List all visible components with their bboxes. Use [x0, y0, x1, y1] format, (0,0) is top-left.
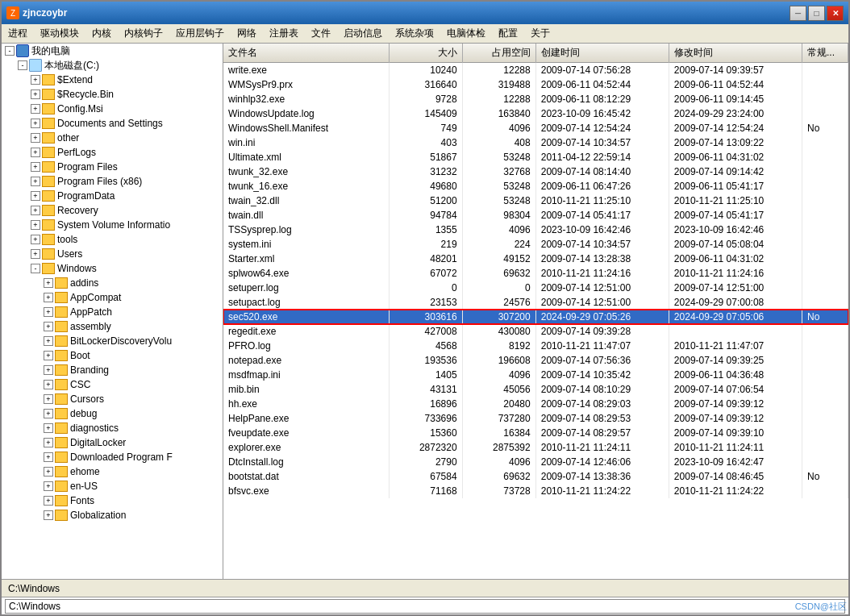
- tree-expand-btn[interactable]: +: [44, 322, 53, 331]
- menu-startup[interactable]: 启动信息: [337, 24, 389, 43]
- table-row[interactable]: mib.bin43131450562009-07-14 08:10:292009…: [223, 382, 848, 397]
- maximize-button[interactable]: □: [808, 6, 825, 21]
- file-table[interactable]: 文件名 大小 占用空间 创建时间 修改时间 常规... write.exe102…: [223, 44, 848, 579]
- menu-kernel[interactable]: 内核: [85, 24, 118, 43]
- table-row[interactable]: write.exe10240122882009-07-14 07:56:2820…: [223, 63, 848, 77]
- tree-expand-btn[interactable]: +: [31, 177, 40, 186]
- tree-node[interactable]: +Cursors: [2, 392, 223, 406]
- tree-expand-btn[interactable]: +: [31, 235, 40, 244]
- tree-node[interactable]: +Branding: [2, 363, 223, 377]
- tree-node[interactable]: +Config.Msi: [2, 102, 223, 116]
- menu-pccheck[interactable]: 电脑体检: [440, 24, 492, 43]
- tree-expand-btn[interactable]: +: [31, 191, 40, 201]
- table-row[interactable]: twain.dll94784983042009-07-14 05:41:1720…: [223, 208, 848, 223]
- tree-node[interactable]: +AppPatch: [2, 305, 223, 319]
- tree-expand-btn[interactable]: +: [31, 104, 40, 114]
- tree-expand-btn[interactable]: +: [44, 467, 53, 477]
- tree-node[interactable]: +PerfLogs: [2, 145, 223, 160]
- table-row[interactable]: PFRO.log456881922010-11-21 11:47:072010-…: [223, 339, 848, 353]
- tree-expand-btn[interactable]: -: [5, 46, 15, 56]
- tree-node[interactable]: +Fonts: [2, 493, 223, 508]
- table-row[interactable]: msdfmap.ini140540962009-07-14 10:35:4220…: [223, 368, 848, 382]
- tree-expand-btn[interactable]: +: [44, 336, 53, 346]
- tree-node[interactable]: +other: [2, 131, 223, 145]
- tree-node[interactable]: +assembly: [2, 319, 223, 334]
- tree-expand-btn[interactable]: +: [31, 206, 40, 215]
- tree-expand-btn[interactable]: +: [31, 162, 40, 172]
- tree-expand-btn[interactable]: +: [31, 148, 40, 157]
- tree-expand-btn[interactable]: +: [44, 293, 53, 302]
- tree-node[interactable]: +$Recycle.Bin: [2, 87, 223, 102]
- table-row[interactable]: fveupdate.exe15360163842009-07-14 08:29:…: [223, 426, 848, 440]
- tree-node[interactable]: +en-US: [2, 479, 223, 493]
- tree-expand-btn[interactable]: +: [44, 452, 53, 462]
- table-row[interactable]: explorer.exe287232028753922010-11-21 11:…: [223, 440, 848, 455]
- tree-node[interactable]: +Boot: [2, 348, 223, 363]
- table-row[interactable]: splwow64.exe67072696322010-11-21 11:24:1…: [223, 266, 848, 281]
- table-row[interactable]: WindowsUpdate.log1454091638402023-10-09 …: [223, 106, 848, 121]
- table-row[interactable]: HelpPane.exe7336967372802009-07-14 08:29…: [223, 411, 848, 426]
- col-header-size[interactable]: 大小: [389, 44, 462, 63]
- menu-sysmisc[interactable]: 系统杂项: [389, 24, 440, 43]
- table-row[interactable]: notepad.exe1935361966082009-07-14 07:56:…: [223, 353, 848, 368]
- menu-kernel-hook[interactable]: 内核钩子: [118, 24, 169, 43]
- table-row[interactable]: DtcInstall.log279040962009-07-14 12:46:0…: [223, 455, 848, 469]
- table-row[interactable]: WindowsShell.Manifest74940962009-07-14 1…: [223, 121, 848, 135]
- tree-expand-btn[interactable]: +: [44, 481, 53, 491]
- tree-expand-btn[interactable]: +: [44, 409, 53, 418]
- tree-node[interactable]: +ehome: [2, 464, 223, 479]
- tree-expand-btn[interactable]: +: [44, 380, 53, 389]
- table-row[interactable]: bfsvc.exe71168737282010-11-21 11:24:2220…: [223, 484, 848, 498]
- tree-expand-btn[interactable]: +: [44, 423, 53, 433]
- menu-app-hook[interactable]: 应用层钩子: [169, 24, 231, 43]
- tree-node[interactable]: +System Volume Informatio: [2, 218, 223, 232]
- tree-node[interactable]: +diagnostics: [2, 421, 223, 435]
- col-header-modified[interactable]: 修改时间: [669, 44, 802, 63]
- tree-expand-btn[interactable]: +: [44, 365, 53, 375]
- tree-expand-btn[interactable]: +: [44, 438, 53, 447]
- tree-expand-btn[interactable]: +: [44, 394, 53, 404]
- tree-expand-btn[interactable]: +: [31, 249, 40, 259]
- tree-expand-btn[interactable]: +: [44, 496, 53, 506]
- tree-node[interactable]: +DigitalLocker: [2, 435, 223, 450]
- left-panel[interactable]: -我的电脑-本地磁盘(C:)+$Extend+$Recycle.Bin+Conf…: [2, 44, 223, 579]
- table-row[interactable]: regedit.exe4270084300802009-07-14 09:39:…: [223, 324, 848, 339]
- path-input[interactable]: [5, 599, 845, 614]
- tree-node[interactable]: -本地磁盘(C:): [2, 58, 223, 73]
- tree-expand-btn[interactable]: +: [44, 351, 53, 360]
- menu-driver[interactable]: 驱动模块: [34, 24, 85, 43]
- tree-expand-btn[interactable]: -: [18, 60, 27, 70]
- tree-node[interactable]: +Recovery: [2, 203, 223, 218]
- menu-network[interactable]: 网络: [231, 24, 263, 43]
- tree-node[interactable]: +Documents and Settings: [2, 116, 223, 131]
- col-header-attr[interactable]: 常规...: [802, 44, 848, 63]
- menu-about[interactable]: 关于: [524, 24, 556, 43]
- table-row[interactable]: hh.exe16896204802009-07-14 08:29:032009-…: [223, 397, 848, 411]
- table-row[interactable]: twain_32.dll51200532482010-11-21 11:25:1…: [223, 194, 848, 208]
- menu-file[interactable]: 文件: [305, 24, 337, 43]
- table-row[interactable]: twunk_16.exe49680532482009-06-11 06:47:2…: [223, 179, 848, 194]
- col-header-created[interactable]: 创建时间: [535, 44, 669, 63]
- table-row[interactable]: setupact.log23153245762009-07-14 12:51:0…: [223, 295, 848, 310]
- col-header-name[interactable]: 文件名: [223, 44, 389, 63]
- tree-expand-btn[interactable]: +: [31, 89, 40, 99]
- table-row[interactable]: setuperr.log002009-07-14 12:51:002009-07…: [223, 281, 848, 295]
- table-row[interactable]: twunk_32.exe31232327682009-07-14 08:14:4…: [223, 164, 848, 179]
- minimize-button[interactable]: ─: [790, 6, 806, 21]
- tree-node[interactable]: +Globalization: [2, 508, 223, 522]
- table-row[interactable]: WMSysPr9.prx3166403194882009-06-11 04:52…: [223, 77, 848, 92]
- table-row[interactable]: sec520.exe3036163072002024-09-29 07:05:2…: [223, 310, 848, 324]
- close-button[interactable]: ✕: [827, 6, 844, 21]
- tree-expand-btn[interactable]: +: [31, 133, 40, 143]
- menu-config[interactable]: 配置: [492, 24, 524, 43]
- tree-expand-btn[interactable]: +: [44, 278, 53, 288]
- tree-node[interactable]: +addins: [2, 276, 223, 290]
- tree-expand-btn[interactable]: +: [31, 220, 40, 230]
- tree-node[interactable]: +ProgramData: [2, 189, 223, 203]
- menu-registry[interactable]: 注册表: [263, 24, 305, 43]
- tree-node[interactable]: +CSC: [2, 377, 223, 392]
- tree-node[interactable]: +debug: [2, 406, 223, 421]
- tree-node[interactable]: +$Extend: [2, 73, 223, 87]
- table-row[interactable]: Ultimate.xml51867532482011-04-12 22:59:1…: [223, 150, 848, 164]
- menu-process[interactable]: 进程: [2, 24, 34, 43]
